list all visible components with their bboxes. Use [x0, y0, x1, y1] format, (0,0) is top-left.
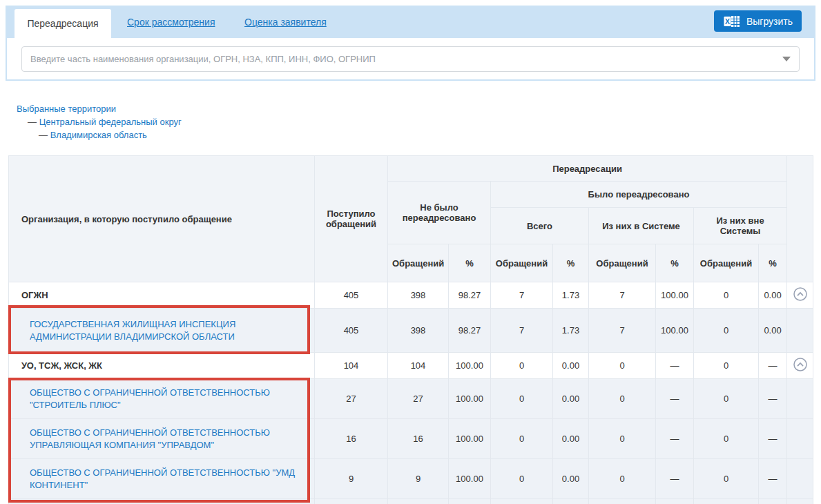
territory-link-cfo[interactable]: Центральный федеральный округ	[39, 117, 182, 127]
value-cell: 0	[694, 419, 759, 459]
value-cell: 1.73	[553, 282, 589, 309]
column-header-in-system: Из них в Системе	[589, 208, 694, 244]
organization-cell: ОБЩЕСТВО С ОГРАНИЧЕННОЙ ОТВЕТСТВЕННОСТЬЮ…	[9, 379, 315, 419]
organization-search-input[interactable]	[21, 46, 800, 72]
value-cell: 0	[694, 459, 759, 499]
value-cell	[694, 499, 759, 504]
value-cell: 0	[491, 419, 553, 459]
expander-cell	[787, 309, 813, 353]
value-cell: 0.00	[759, 309, 787, 353]
value-cell: 398	[388, 309, 449, 353]
value-cell: 7	[491, 309, 553, 353]
value-cell: 0	[491, 353, 553, 379]
value-cell: 7	[589, 309, 656, 353]
value-cell	[656, 499, 694, 504]
value-cell: 98.27	[449, 309, 491, 353]
expander-cell	[787, 353, 813, 379]
value-cell: 100.00	[449, 379, 491, 419]
organization-link[interactable]: ОБЩЕСТВО С ОГРАНИЧЕННОЙ ОТВЕТСТВЕННОСТЬЮ…	[30, 467, 295, 490]
value-cell: 100.00	[656, 282, 694, 309]
organization-cell: ОГЖН	[9, 282, 315, 309]
value-cell	[759, 499, 787, 504]
value-cell	[315, 499, 388, 504]
organization-link[interactable]: ГОСУДАРСТВЕННАЯ ЖИЛИЩНАЯ ИНСПЕКЦИЯ АДМИН…	[30, 319, 235, 342]
tab-pereadresaciya[interactable]: Переадресация	[15, 9, 111, 38]
svg-text:X: X	[725, 17, 730, 25]
column-header-received: Поступило обращений	[315, 156, 388, 282]
value-cell: —	[656, 419, 694, 459]
value-cell: 16	[388, 419, 449, 459]
selected-territories: Выбранные территории — Центральный федер…	[17, 102, 182, 142]
collapse-group-icon[interactable]	[793, 287, 808, 302]
expander-cell	[787, 282, 813, 309]
value-cell: 16	[315, 419, 388, 459]
value-cell	[449, 499, 491, 504]
export-button[interactable]: X Выгрузить	[714, 10, 802, 32]
column-header-redirections: Переадресации	[388, 156, 787, 182]
column-header-percent: %	[759, 244, 787, 282]
value-cell: 100.00	[449, 459, 491, 499]
column-header-was-redirected: Было переадресовано	[491, 182, 787, 208]
value-cell: —	[759, 459, 787, 499]
tab-srok-rassmotreniya[interactable]: Срок рассмотрения	[127, 6, 215, 38]
value-cell: 100.00	[449, 353, 491, 379]
value-cell: 0	[694, 353, 759, 379]
value-cell: —	[759, 353, 787, 379]
table-row: ОБЩЕСТВО С ОГРАНИЧЕННОЙ ОТВЕТСТВЕННОСТЬЮ…	[9, 419, 813, 459]
column-header-percent: %	[656, 244, 694, 282]
value-cell: 0	[694, 379, 759, 419]
value-cell: 9	[315, 459, 388, 499]
chevron-down-icon[interactable]	[782, 57, 791, 61]
organization-cell: ОБЩЕСТВО С ОГРАНИЧЕННОЙ ОТВЕТСТВЕННОСТЬЮ…	[9, 459, 315, 499]
value-cell: 398	[388, 282, 449, 309]
column-header-total: Всего	[491, 208, 589, 244]
value-cell	[589, 499, 656, 504]
table-row: УО, ТСЖ, ЖСК, ЖК104104100.0000.000—0—	[9, 353, 813, 379]
expander-cell	[787, 379, 813, 419]
value-cell: 1.73	[553, 309, 589, 353]
table-row: ОБЩЕСТВО С ОГРАНИЧЕННОЙ ОТВЕТСТВЕННОСТЬЮ…	[9, 379, 813, 419]
excel-icon: X	[723, 14, 741, 28]
column-header-percent: %	[553, 244, 589, 282]
column-header-expander	[787, 156, 813, 282]
territory-link-vladimir[interactable]: Владимирская область	[50, 130, 147, 140]
value-cell: 27	[315, 379, 388, 419]
tab-strip: Переадресация Срок рассмотрения Оценка з…	[6, 6, 815, 38]
tab-ocenka-zayavitelya[interactable]: Оценка заявителя	[244, 6, 327, 38]
column-header-appeals: Обращений	[694, 244, 759, 282]
value-cell: —	[656, 353, 694, 379]
column-header-percent: %	[449, 244, 491, 282]
expander-cell	[787, 419, 813, 459]
column-header-appeals: Обращений	[491, 244, 553, 282]
territory-item: — Центральный федеральный округ	[17, 115, 182, 128]
column-header-appeals: Обращений	[589, 244, 656, 282]
collapse-group-icon[interactable]	[793, 357, 808, 372]
selected-territories-title: Выбранные территории	[17, 102, 182, 115]
value-cell	[388, 499, 449, 504]
tree-dash: —	[39, 130, 48, 140]
value-cell: 98.27	[449, 282, 491, 309]
value-cell: 0	[694, 282, 759, 309]
column-header-out-of-system: Из них вне Системы	[694, 208, 787, 244]
value-cell: 0.00	[553, 353, 589, 379]
column-header-not-redirected: Не было переадресовано	[388, 182, 491, 244]
value-cell: 0	[589, 353, 656, 379]
value-cell: 405	[315, 309, 388, 353]
value-cell	[553, 499, 589, 504]
value-cell: 104	[315, 353, 388, 379]
search-panel	[6, 38, 815, 81]
organization-cell: ОБЩЕСТВО С ОГРАНИЧЕННОЙ ОТВЕТСТВЕННОСТЬЮ…	[9, 419, 315, 459]
tree-dash: —	[28, 117, 37, 127]
value-cell: 9	[388, 459, 449, 499]
organization-link[interactable]: ОБЩЕСТВО С ОГРАНИЧЕННОЙ ОТВЕТСТВЕННОСТЬЮ…	[30, 427, 270, 450]
value-cell: —	[656, 459, 694, 499]
organization-cell: ГОСУДАРСТВЕННАЯ ЖИЛИЩНАЯ ИНСПЕКЦИЯ АДМИН…	[9, 309, 315, 353]
value-cell: —	[759, 379, 787, 419]
table-row-partial	[9, 499, 813, 504]
value-cell: 405	[315, 282, 388, 309]
value-cell: 7	[589, 282, 656, 309]
value-cell: 0	[589, 419, 656, 459]
organization-cell	[9, 499, 315, 504]
organization-link[interactable]: ОБЩЕСТВО С ОГРАНИЧЕННОЙ ОТВЕТСТВЕННОСТЬЮ…	[30, 387, 270, 410]
value-cell: 0	[694, 309, 759, 353]
